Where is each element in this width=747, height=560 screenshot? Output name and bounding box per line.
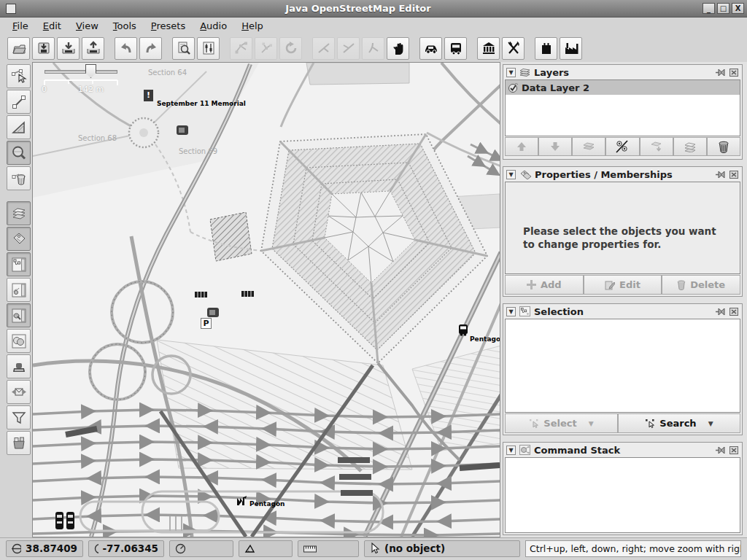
save-file-button[interactable]: [32, 37, 55, 60]
trash-icon: [677, 280, 686, 290]
zoom-slider[interactable]: [44, 70, 117, 74]
properties-body: Please select the objects you want to ch…: [505, 182, 740, 274]
select-dropdown-caret[interactable]: ▼: [589, 420, 594, 427]
draw-nodes-tool-button[interactable]: [7, 90, 31, 114]
search-selection-button[interactable]: Search ▼: [618, 413, 740, 433]
authors-icon: [10, 358, 28, 376]
refresh-data-button[interactable]: [279, 37, 302, 60]
menu-view[interactable]: View: [69, 19, 105, 33]
object-hint-value: (no object): [384, 542, 445, 554]
download-data-button[interactable]: [57, 37, 80, 60]
menu-audio[interactable]: Audio: [193, 19, 233, 33]
collapse-icon[interactable]: ▼: [506, 170, 516, 179]
longitude-icon: [94, 543, 98, 554]
unglue-way-icon: [316, 40, 332, 56]
sticky-button[interactable]: [715, 307, 725, 316]
layers-panel: ▼ Layers Data Layer 2: [503, 64, 743, 160]
pan-hand-icon: [390, 40, 406, 56]
layer-visible-icon[interactable]: [508, 82, 519, 93]
zoom-tool-button[interactable]: [7, 141, 31, 165]
tv-icon: [176, 124, 189, 136]
menu-file[interactable]: File: [6, 19, 35, 33]
factory-preset-button[interactable]: [560, 37, 582, 60]
upload-data-button[interactable]: [82, 37, 104, 60]
layers-panel-title: Layers: [534, 67, 711, 78]
combine-way-button[interactable]: [230, 37, 252, 60]
close-panel-button[interactable]: [729, 307, 739, 316]
menu-help[interactable]: Help: [235, 19, 270, 33]
open-file-icon: [11, 40, 27, 56]
close-panel-button[interactable]: [729, 68, 739, 77]
search-button[interactable]: [172, 37, 195, 60]
open-file-button[interactable]: [7, 37, 30, 60]
select-tool-button[interactable]: [7, 64, 31, 88]
map-view[interactable]: 0 142 m Section 64 Section 68 Section 69…: [32, 62, 500, 537]
properties-dialog-button[interactable]: [7, 227, 31, 251]
mappaint-dialog-button[interactable]: [7, 303, 31, 327]
conflict-dialog-button[interactable]: [7, 329, 31, 353]
move-layer-down-button[interactable]: [538, 137, 572, 156]
merge-dialog-button[interactable]: [7, 380, 31, 404]
pan-hand-button[interactable]: [387, 37, 409, 60]
command-stack-list[interactable]: [505, 457, 740, 533]
latitude-value: 38.87409: [26, 542, 77, 554]
merge-nodes-button[interactable]: [337, 37, 360, 60]
collapse-icon[interactable]: ▼: [506, 446, 516, 455]
angle-icon: [244, 543, 256, 553]
measure-tool-button[interactable]: [7, 115, 31, 139]
layer-row[interactable]: Data Layer 2: [506, 80, 740, 95]
distance-field: [298, 540, 359, 557]
bus-icon: [448, 40, 464, 56]
castle-preset-button[interactable]: [535, 37, 557, 60]
menu-edit[interactable]: Edit: [36, 19, 68, 33]
close-button[interactable]: X: [732, 3, 744, 14]
sticky-button[interactable]: [715, 170, 725, 179]
collapse-icon[interactable]: ▼: [506, 68, 516, 77]
sticky-button[interactable]: [715, 446, 725, 455]
selection-dialog-button[interactable]: [7, 252, 31, 276]
activate-layer-button[interactable]: [572, 137, 605, 156]
delete-tool-button[interactable]: [7, 166, 31, 190]
collapse-icon[interactable]: ▼: [506, 307, 516, 316]
split-way-button[interactable]: [255, 37, 277, 60]
filter-dialog-button[interactable]: [7, 405, 31, 429]
delete-layer-button[interactable]: [707, 137, 740, 156]
edit-property-button[interactable]: Edit: [584, 275, 662, 295]
relation-dialog-button[interactable]: [7, 278, 31, 302]
align-nodes-button[interactable]: [362, 37, 384, 60]
preferences-button[interactable]: [197, 37, 220, 60]
sticky-button[interactable]: [715, 68, 725, 77]
merge-nodes-icon: [341, 40, 357, 56]
car-preset-button[interactable]: [419, 37, 442, 60]
layers-list[interactable]: Data Layer 2: [505, 79, 740, 136]
bus-preset-button[interactable]: [444, 37, 467, 60]
split-way-icon: [258, 40, 274, 56]
undo-button[interactable]: [115, 37, 137, 60]
authors-dialog-button[interactable]: [7, 354, 31, 378]
add-property-button[interactable]: Add: [505, 275, 584, 295]
changeset-dialog-button[interactable]: [7, 431, 31, 455]
delete-property-button[interactable]: Delete: [662, 275, 740, 295]
combine-way-icon: [233, 40, 249, 56]
maximize-button[interactable]: □: [717, 3, 729, 14]
bank-preset-button[interactable]: [477, 37, 500, 60]
close-panel-button[interactable]: [729, 446, 739, 455]
close-panel-button[interactable]: [729, 170, 739, 179]
move-layer-up-button[interactable]: [505, 137, 538, 156]
clock-icon: [175, 543, 186, 554]
redo-button[interactable]: [139, 37, 162, 60]
layers-dialog-button[interactable]: [7, 201, 31, 225]
select-button[interactable]: Select ▼: [505, 413, 618, 433]
minimize-button[interactable]: _: [703, 3, 715, 14]
restaurant-preset-button[interactable]: [502, 37, 525, 60]
merge-layer-button[interactable]: [640, 137, 673, 156]
factory-icon: [563, 40, 579, 56]
duplicate-layer-button[interactable]: [673, 137, 707, 156]
menu-tools[interactable]: Tools: [107, 19, 143, 33]
show-hide-layer-button[interactable]: [605, 137, 639, 156]
selection-list[interactable]: [505, 319, 740, 413]
search-dropdown-caret[interactable]: ▼: [708, 420, 713, 427]
menu-presets[interactable]: Presets: [144, 19, 192, 33]
cursor-search-icon: [645, 419, 655, 429]
unglue-way-button[interactable]: [312, 37, 335, 60]
